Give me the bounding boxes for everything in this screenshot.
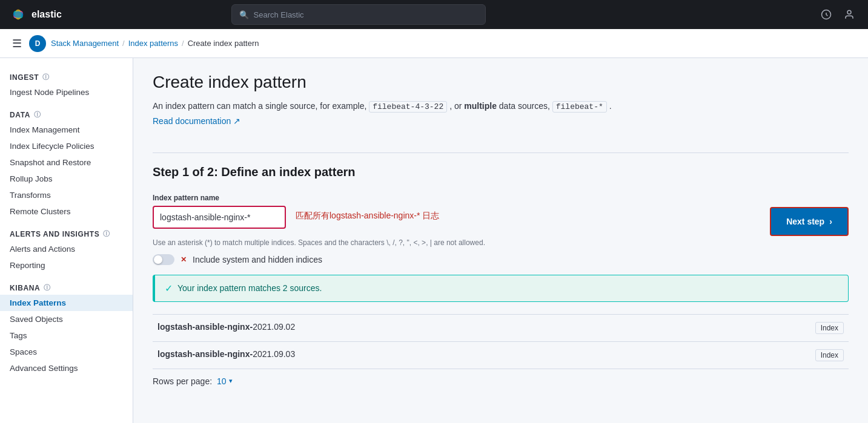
sidebar-section-data: Data ⓘ Index Management Index Lifecycle … [0,105,133,220]
sidebar-section-ingest: Ingest ⓘ Ingest Node Pipelines [0,68,133,100]
sidebar-item-spaces[interactable]: Spaces [0,344,133,360]
sidebar-item-tags[interactable]: Tags [0,327,133,344]
toggle-label: Include system and hidden indices [193,255,322,264]
match-text: 匹配所有logstash-ansible-nginx-* 日志 [296,194,760,228]
kibana-label: Kibana [10,284,40,292]
top-navigation: elastic 🔍 Search Elastic [0,0,868,29]
index-badge-1: Index [815,322,844,334]
sidebar-item-ingest-node-pipelines[interactable]: Ingest Node Pipelines [0,84,133,100]
sidebar-section-header-ingest: Ingest ⓘ [0,68,133,84]
svg-point-4 [13,11,24,18]
ingest-label: Ingest [10,73,39,82]
breadcrumb: Stack Management / Index patterns / Crea… [51,39,259,48]
sidebar-item-advanced-settings[interactable]: Advanced Settings [0,360,133,376]
breadcrumb-sep-1: / [122,39,125,48]
sidebar-section-header-data: Data ⓘ [0,105,133,122]
table-cell-name-1: logstash-ansible-nginx-2021.09.02 Index [153,314,849,341]
check-icon: ✓ [165,283,173,294]
toggle-x-icon: ✕ [181,255,187,264]
chevron-down-icon: ▾ [229,377,233,385]
input-hint: Use an asterisk (*) to match multiple in… [153,238,849,247]
sidebar-item-index-management[interactable]: Index Management [0,122,133,138]
next-step-button-wrap: Next step › [770,194,849,236]
search-placeholder: Search Elastic [254,10,304,19]
data-label: Data [10,111,30,119]
sidebar-item-index-lifecycle-policies[interactable]: Index Lifecycle Policies [0,138,133,154]
rows-per-page-value: 10 [217,376,227,386]
sidebar-item-index-patterns[interactable]: Index Patterns [0,295,133,311]
read-docs-label: Read documentation [153,116,231,126]
breadcrumb-sep-2: / [182,39,184,48]
user-badge: D [29,35,46,52]
page-layout: Ingest ⓘ Ingest Node Pipelines Data ⓘ In… [0,58,868,423]
breadcrumb-index-patterns[interactable]: Index patterns [128,39,178,48]
step-title: Step 1 of 2: Define an index pattern [153,165,849,179]
table-row: logstash-ansible-nginx-2021.09.03 Index [153,341,849,369]
svg-point-6 [847,10,851,14]
pagination-row: Rows per page: 10 ▾ [153,376,849,386]
sidebar-section-header-alerts: Alerts and Insights ⓘ [0,225,133,241]
breadcrumb-stack-management[interactable]: Stack Management [51,39,119,48]
desc-part2: , or [449,101,462,111]
page-title: Create index pattern [153,73,849,92]
breadcrumb-bar: ☰ D Stack Management / Index patterns / … [0,29,868,58]
hamburger-menu[interactable]: ☰ [10,34,24,53]
success-message: Your index pattern matches 2 sources. [177,283,322,293]
rows-per-page-selector[interactable]: 10 ▾ [217,376,233,386]
toggle-switch[interactable] [153,254,174,265]
field-label: Index pattern name [153,194,286,202]
read-docs-link[interactable]: Read documentation ↗ [153,116,240,126]
toggle-row: ✕ Include system and hidden indices [153,254,849,265]
main-content: Create index pattern An index pattern ca… [133,58,868,423]
sidebar-section-header-kibana: Kibana ⓘ [0,278,133,295]
sidebar-item-reporting[interactable]: Reporting [0,257,133,274]
sidebar-section-kibana: Kibana ⓘ Index Patterns Saved Objects Ta… [0,278,133,376]
index-badge-2: Index [815,349,844,361]
desc-part4: . [609,101,612,111]
elastic-logo[interactable]: elastic [10,6,62,23]
user-menu-icon[interactable] [840,5,858,24]
arrow-right-icon: › [829,217,832,226]
desc-part1: An index pattern can match a single sour… [153,101,366,111]
external-link-icon: ↗ [233,116,240,126]
data-help-icon[interactable]: ⓘ [34,110,41,119]
global-search[interactable]: 🔍 Search Elastic [231,4,486,25]
alerts-label: Alerts and Insights [10,230,99,238]
index-pattern-name-input[interactable] [153,206,286,229]
sidebar-item-remote-clusters[interactable]: Remote Clusters [0,203,133,220]
desc-code1: filebeat-4-3-22 [369,101,447,113]
sidebar-item-saved-objects[interactable]: Saved Objects [0,311,133,327]
success-banner: ✓ Your index pattern matches 2 sources. [153,275,849,302]
desc-part3: data sources, [499,101,550,111]
sidebar-item-snapshot-and-restore[interactable]: Snapshot and Restore [0,154,133,171]
results-table: logstash-ansible-nginx-2021.09.02 Index … [153,314,849,369]
ingest-help-icon[interactable]: ⓘ [42,73,50,82]
next-step-label: Next step [786,217,824,226]
page-description: An index pattern can match a single sour… [153,99,849,114]
divider [153,152,849,153]
sidebar-section-alerts: Alerts and Insights ⓘ Alerts and Actions… [0,225,133,274]
sidebar-item-rollup-jobs[interactable]: Rollup Jobs [0,171,133,187]
next-step-button[interactable]: Next step › [770,207,849,236]
index-pattern-field-group: Index pattern name [153,194,286,229]
desc-bold: multiple [464,101,497,111]
sidebar: Ingest ⓘ Ingest Node Pipelines Data ⓘ In… [0,58,133,423]
table-row: logstash-ansible-nginx-2021.09.02 Index [153,314,849,341]
search-icon: 🔍 [239,10,249,19]
table-cell-name-2: logstash-ansible-nginx-2021.09.03 Index [153,341,849,369]
sidebar-item-transforms[interactable]: Transforms [0,187,133,203]
desc-code2: filebeat-* [552,101,607,113]
kibana-help-icon[interactable]: ⓘ [44,283,51,292]
alerts-help-icon[interactable]: ⓘ [103,229,110,238]
brand-name: elastic [31,9,62,20]
rows-per-page-label: Rows per page: [153,376,212,386]
breadcrumb-current: Create index pattern [188,39,259,48]
top-nav-actions [817,5,858,24]
sidebar-item-alerts-and-actions[interactable]: Alerts and Actions [0,241,133,257]
notifications-icon[interactable] [817,5,835,24]
